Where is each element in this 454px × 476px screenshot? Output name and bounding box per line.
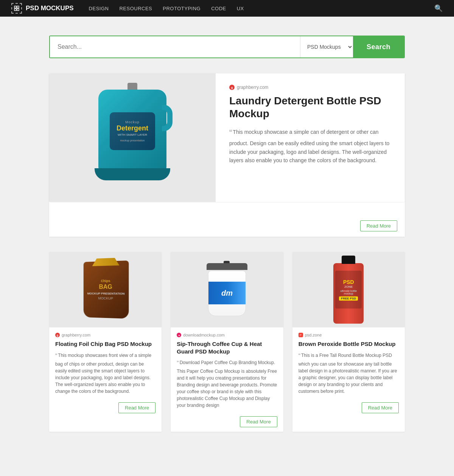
graphberry-source-icon: g (55, 333, 60, 337)
featured-card: Mockup Detergent WITH SMART LAYER mockup… (49, 73, 405, 237)
site-logo[interactable]: PSD MOCKUPS (11, 3, 74, 14)
peroxide-bottle-illustration: PSD ZONE ultimate bottle mockup FREE PSD (333, 263, 364, 324)
card-coffee-cup-source: ● downloadmockup.com (177, 333, 277, 337)
svg-rect-1 (17, 6, 19, 8)
card-peroxide-bottle: PSD ZONE ultimate bottle mockup FREE PSD… (292, 252, 405, 432)
graphberry-icon: g (229, 85, 235, 90)
card-chip-bag-read-more[interactable]: Read More (118, 402, 155, 413)
card-coffee-cup-image: dm (171, 252, 283, 327)
nav-code[interactable]: CODE (211, 6, 226, 11)
card-coffee-cup-desc: Download Paper Coffee Cup Branding Mocku… (177, 359, 277, 409)
card-grid: Chips BAG MOCKUP PRESENTATION MOCKUP g g… (49, 252, 405, 432)
svg-rect-3 (17, 9, 19, 11)
navigation: PSD MOCKUPS DESIGN RESOURCES PROTOTYPING… (0, 0, 454, 17)
featured-image: Mockup Detergent WITH SMART LAYER mockup… (49, 73, 216, 202)
nav-resources[interactable]: RESOURCES (119, 6, 152, 11)
search-category-dropdown[interactable]: PSD Mockups Resources Tutorials (300, 36, 353, 57)
site-name: PSD MOCKUPS (26, 5, 74, 12)
svg-rect-2 (14, 9, 16, 11)
main-content: PSD Mockups Resources Tutorials Search M… (42, 17, 412, 447)
card-peroxide-bottle-body: P psd.zone Brown Peroxide Bottle PSD Moc… (292, 327, 405, 398)
card-peroxide-bottle-desc: This is a Free Tall Round Bottle Mockup … (299, 352, 399, 395)
search-button[interactable]: Search (353, 36, 404, 57)
nav-design[interactable]: DESIGN (89, 6, 109, 11)
chip-bag-illustration: Chips BAG MOCKUP PRESENTATION MOCKUP (83, 260, 129, 319)
featured-description: This mockup showcase a simple can of det… (229, 126, 391, 164)
card-coffee-cup-body: ● downloadmockup.com Sip-Through Coffee … (171, 327, 283, 412)
search-bar: PSD Mockups Resources Tutorials Search (49, 36, 405, 58)
psdzone-source-icon: P (299, 333, 303, 337)
card-peroxide-bottle-source: P psd.zone (299, 333, 399, 337)
card-coffee-cup-read-more[interactable]: Read More (240, 416, 277, 427)
downloadmockup-source-icon: ● (177, 333, 181, 337)
nav-links: DESIGN RESOURCES PROTOTYPING CODE UX (89, 6, 434, 11)
card-coffee-cup-title: Sip-Through Coffee Cup & Heat Guard PSD … (177, 340, 277, 355)
featured-source: g graphberry.com (229, 85, 391, 90)
card-chip-bag-body: g graphberry.com Floating Foil Chip Bag … (49, 327, 162, 398)
card-chip-bag-footer: Read More (49, 398, 162, 418)
search-input[interactable] (50, 36, 300, 57)
featured-info: g graphberry.com Laundry Detergent Bottl… (216, 73, 405, 202)
featured-title: Laundry Detergent Bottle PSD Mockup (229, 95, 391, 120)
featured-read-more-button[interactable]: Read More (360, 220, 397, 231)
nav-search-icon[interactable]: 🔍 (434, 4, 443, 12)
card-chip-bag: Chips BAG MOCKUP PRESENTATION MOCKUP g g… (49, 252, 162, 432)
svg-rect-0 (14, 6, 16, 8)
card-peroxide-bottle-footer: Read More (292, 398, 405, 418)
card-chip-bag-image: Chips BAG MOCKUP PRESENTATION MOCKUP (49, 252, 162, 327)
card-peroxide-bottle-title: Brown Peroxide Bottle PSD Mockup (299, 340, 399, 348)
card-chip-bag-desc: This mockup showcases front view of a si… (55, 352, 155, 395)
coffee-cup-illustration: dm (206, 263, 248, 316)
card-coffee-cup: dm ● downloadmockup.com Sip-Through Coff… (171, 252, 283, 432)
card-chip-bag-source: g graphberry.com (55, 333, 155, 337)
card-peroxide-bottle-read-more[interactable]: Read More (362, 402, 399, 413)
card-peroxide-bottle-image: PSD ZONE ultimate bottle mockup FREE PSD (292, 252, 405, 327)
nav-prototyping[interactable]: PROTOTYPING (163, 6, 201, 11)
featured-read-more-row: Read More (49, 217, 405, 237)
logo-icon (11, 3, 22, 14)
nav-ux[interactable]: UX (237, 6, 244, 11)
card-chip-bag-title: Floating Foil Chip Bag PSD Mockup (55, 340, 155, 348)
card-coffee-cup-footer: Read More (171, 412, 283, 432)
